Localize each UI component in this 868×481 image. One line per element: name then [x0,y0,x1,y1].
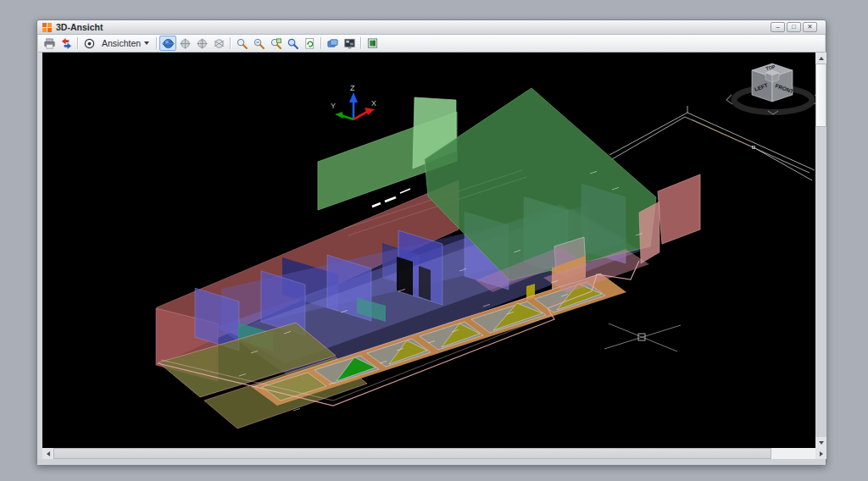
desktop-background: { "window": { "title": "3D-Ansicht", "co… [0,0,868,481]
scroll-left-button[interactable] [42,448,53,459]
toolbar-separator [230,37,231,49]
zoom-extents-icon [287,37,299,50]
zoom-extents-button[interactable] [284,36,301,51]
zoom-in-icon [236,37,248,50]
target-icon [83,37,96,50]
globe-view-button-3[interactable] [210,36,227,51]
door-opening [397,257,413,296]
scroll-up-button[interactable] [815,53,826,64]
refresh-view-button[interactable] [58,36,75,51]
chevron-down-icon [144,41,149,45]
scroll-right-button[interactable] [815,448,826,459]
right-end-wall-red [658,174,700,244]
globe-icon [179,37,192,50]
regenerate-icon [303,37,316,50]
axis-gizmo: Z X Y [331,84,376,119]
printer-icon [43,37,56,50]
viewport-3d[interactable]: Z X Y TOP [42,53,815,448]
triangle-left-icon [47,451,50,456]
toolbar-separator [156,37,157,49]
center-target-button[interactable] [81,36,97,51]
app-window-icon [366,37,379,50]
minimize-button[interactable]: – [771,22,785,32]
refresh-arrows-icon [60,37,73,50]
vertical-scrollbar[interactable] [815,53,826,448]
globe-icon [213,37,225,50]
crosshair-marker [604,323,681,351]
globe-view-button-2[interactable] [193,36,210,51]
zoom-window-button[interactable] [267,36,284,51]
print-button[interactable] [41,36,58,51]
zoom-window-icon [270,37,282,50]
viewport-image-icon [343,37,356,50]
horizontal-scrollbar[interactable] [42,448,826,459]
window-title: 3D-Ansicht [56,22,771,32]
axis-label-x: X [371,99,376,108]
toolbar-separator [360,37,361,49]
folders-icon [326,37,339,50]
view-cube[interactable]: TOP LEFT FRONT [726,64,815,114]
toolbar-separator [320,37,321,49]
save-view-image-button[interactable] [341,36,358,51]
axis-label-y: Y [331,102,336,110]
close-button[interactable]: ✕ [803,22,817,32]
triangle-right-icon [820,451,823,456]
globe-icon [196,37,209,50]
regenerate-button[interactable] [301,36,318,51]
triangle-up-icon [819,57,824,60]
orbit-sphere-icon [162,37,175,50]
toolbar-separator [77,37,78,49]
3d-view-window: 3D-Ansicht – □ ✕ Ansichten [36,19,826,465]
vertical-scrollbar-thumb[interactable] [815,64,826,127]
axis-label-z: Z [350,84,355,92]
orbit-mode-button[interactable] [159,36,176,51]
toolbar: Ansichten [38,35,825,53]
triangle-down-icon [819,441,824,445]
zoom-out-button[interactable] [250,36,267,51]
door-opening [419,266,431,301]
maximize-button[interactable]: □ [787,22,801,32]
zoom-in-button[interactable] [233,36,250,51]
horizontal-scrollbar-thumb[interactable] [53,448,771,459]
window-titlebar[interactable]: 3D-Ansicht – □ ✕ [37,20,826,35]
views-dropdown-label: Ansichten [102,38,141,48]
zoom-out-icon [253,37,265,50]
globe-view-button-1[interactable] [176,36,193,51]
app-logo-icon [42,23,52,32]
views-dropdown[interactable]: Ansichten [97,36,153,51]
app-window-button[interactable] [364,36,381,51]
3d-model-canvas: Z X Y TOP [42,53,815,448]
right-wall-pink [639,202,659,263]
copy-contents-button[interactable] [324,36,341,51]
scroll-down-button[interactable] [815,437,826,448]
window-frame-bottom [37,459,826,465]
